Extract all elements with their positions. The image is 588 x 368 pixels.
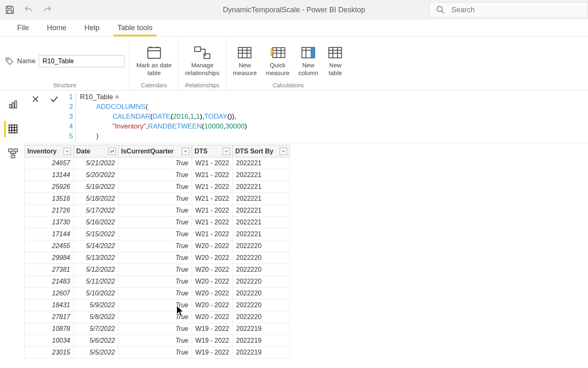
cell[interactable]: 2022221 [233,157,290,169]
cell[interactable]: 2022220 [233,276,290,288]
cell[interactable]: True [119,311,192,323]
cell[interactable]: 2022220 [233,240,290,252]
cell[interactable]: True [119,347,192,359]
filter-dropdown-icon[interactable] [108,148,116,155]
cell[interactable]: 18431 [25,299,74,311]
mark-as-date-table-button[interactable]: Mark as date table [135,44,173,78]
cell[interactable]: 27381 [25,264,74,276]
table-row[interactable]: 184315/9/2022TrueW20 - 20222022220 [25,299,290,311]
search-input[interactable] [451,6,581,14]
cell[interactable]: W21 - 2022 [192,217,233,228]
cell[interactable]: 13516 [25,193,74,205]
table-row[interactable]: 171445/15/2022TrueW21 - 20222022221 [25,228,290,240]
cell[interactable]: 2022221 [233,169,290,181]
cancel-formula-button[interactable] [29,92,42,106]
cell[interactable]: W19 - 2022 [192,347,233,359]
cell[interactable]: 23015 [25,347,74,359]
cell[interactable]: True [119,228,192,240]
cell[interactable]: W21 - 2022 [192,157,233,169]
data-table[interactable]: InventoryDateIsCurrentQuarterDTSDTS Sort… [24,145,290,359]
cell[interactable]: 5/11/2022 [74,276,119,288]
cell[interactable]: 5/21/2022 [74,157,119,169]
filter-dropdown-icon[interactable] [280,148,287,155]
cell[interactable]: 2022220 [233,252,290,264]
cell[interactable]: 21726 [25,205,74,217]
cell[interactable]: 13730 [25,217,74,228]
cell[interactable]: 2022219 [233,347,290,359]
cell[interactable]: 5/10/2022 [74,288,119,299]
table-row[interactable]: 230155/5/2022TrueW19 - 20222022219 [25,347,290,359]
cell[interactable]: W21 - 2022 [192,193,233,205]
cell[interactable]: 21483 [25,276,74,288]
cell[interactable]: True [119,323,192,335]
cell[interactable]: 17144 [25,228,74,240]
cell[interactable]: True [119,157,192,169]
table-row[interactable]: 135165/18/2022TrueW21 - 20222022221 [25,193,290,205]
cell[interactable]: 2022221 [233,193,290,205]
formula-editor[interactable]: 1R10_Table = 2ADDCOLUMNS( 3CALENDAR(DATE… [66,92,584,141]
cell[interactable]: 2022220 [233,264,290,276]
table-row[interactable]: 214835/11/2022TrueW20 - 20222022220 [25,276,290,288]
column-header[interactable]: Inventory [25,145,74,157]
table-row[interactable]: 217265/17/2022TrueW21 - 20222022221 [25,205,290,217]
cell[interactable]: True [119,217,192,228]
new-measure-button[interactable]: New measure [231,44,258,78]
filter-dropdown-icon[interactable] [64,148,71,155]
table-row[interactable]: 100345/6/2022TrueW19 - 20222022219 [25,335,290,347]
cell[interactable]: 2022221 [233,205,290,217]
cell[interactable]: 22455 [25,240,74,252]
cell[interactable]: W20 - 2022 [192,264,233,276]
cell[interactable]: True [119,193,192,205]
cell[interactable]: 5/18/2022 [74,193,119,205]
cell[interactable]: True [119,264,192,276]
cell[interactable]: 25926 [25,181,74,193]
table-row[interactable]: 131445/20/2022TrueW21 - 20222022221 [25,169,290,181]
tab-file[interactable]: File [8,20,38,36]
cell[interactable]: W21 - 2022 [192,181,233,193]
cell[interactable]: True [119,276,192,288]
cell[interactable]: 29984 [25,252,74,264]
cell[interactable]: 2022219 [233,335,290,347]
save-icon[interactable] [4,4,15,16]
table-row[interactable]: 278175/8/2022TrueW20 - 20222022220 [25,311,290,323]
table-row[interactable]: 126075/10/2022TrueW20 - 20222022220 [25,288,290,299]
table-row[interactable]: 259265/19/2022TrueW21 - 20222022221 [25,181,290,193]
cell[interactable]: 5/5/2022 [74,347,119,359]
filter-dropdown-icon[interactable] [182,148,189,155]
cell[interactable]: True [119,299,192,311]
table-row[interactable]: 108785/7/2022TrueW19 - 20222022219 [25,323,290,335]
new-column-button[interactable]: New column [297,44,320,78]
table-row[interactable]: 299845/13/2022TrueW20 - 20222022220 [25,252,290,264]
cell[interactable]: W19 - 2022 [192,335,233,347]
cell[interactable]: 10878 [25,323,74,335]
cell[interactable]: W20 - 2022 [192,240,233,252]
cell[interactable]: W21 - 2022 [192,205,233,217]
cell[interactable]: 10034 [25,335,74,347]
cell[interactable]: 2022220 [233,311,290,323]
cell[interactable]: True [119,181,192,193]
cell[interactable]: 24657 [25,157,74,169]
report-view-button[interactable] [4,96,20,113]
cell[interactable]: W21 - 2022 [192,228,233,240]
cell[interactable]: W20 - 2022 [192,288,233,299]
table-row[interactable]: 137305/16/2022TrueW21 - 20222022221 [25,217,290,228]
cell[interactable]: 12607 [25,288,74,299]
cell[interactable]: 2022219 [233,323,290,335]
cell[interactable]: 2022221 [233,228,290,240]
cell[interactable]: 5/13/2022 [74,252,119,264]
tab-home[interactable]: Home [38,20,75,36]
cell[interactable]: 5/6/2022 [74,335,119,347]
cell[interactable]: W20 - 2022 [192,299,233,311]
table-row[interactable]: 246575/21/2022TrueW21 - 20222022221 [25,157,290,169]
cell[interactable]: 5/9/2022 [74,299,119,311]
tab-table-tools[interactable]: Table tools [108,20,161,36]
cell[interactable]: 2022220 [233,288,290,299]
tab-help[interactable]: Help [75,20,108,36]
column-header[interactable]: DTS Sort By [233,145,290,157]
cell[interactable]: 5/20/2022 [74,169,119,181]
cell[interactable]: 5/12/2022 [74,264,119,276]
model-view-button[interactable] [4,145,20,162]
cell[interactable]: True [119,205,192,217]
table-row[interactable]: 273815/12/2022TrueW20 - 20222022220 [25,264,290,276]
data-view-button[interactable] [4,121,20,137]
